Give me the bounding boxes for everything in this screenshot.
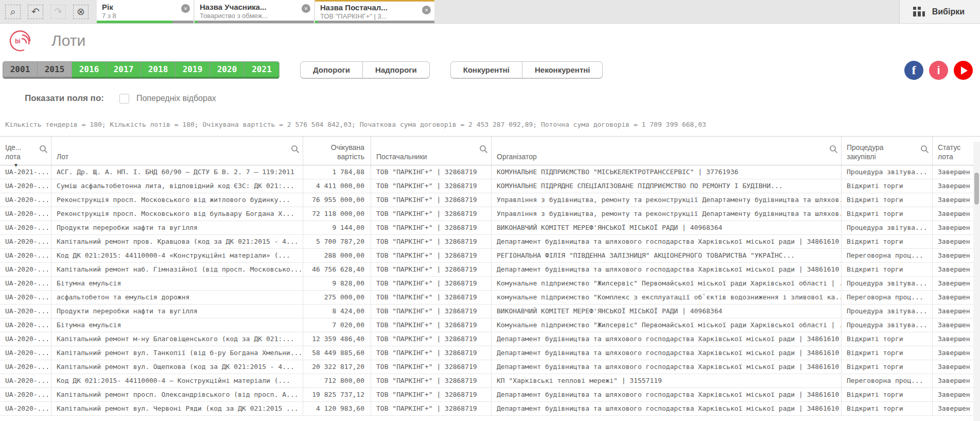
cell-expected-value[interactable]: 72 118 000,00 [303, 207, 371, 221]
cell-supplier[interactable]: ТОВ "ПАРКІНГ+" | 32868719 [371, 374, 492, 388]
cell-lot[interactable]: Бітумна емульсія [51, 277, 303, 290]
cell-lot[interactable]: Суміш асфальтобетонна лита, відповідний … [51, 179, 303, 193]
column-header-suppliers[interactable]: Постачальники [371, 137, 492, 165]
cell-expected-value[interactable]: 9 828,00 [303, 277, 371, 290]
instagram-icon[interactable]: i [929, 61, 948, 80]
table-row[interactable]: UA-2020-... Капітальний ремонт вул. Черв… [0, 402, 980, 416]
cell-organizer[interactable]: Департамент будівництва та шляхового гос… [492, 235, 842, 248]
cell-expected-value[interactable]: 712 800,00 [303, 374, 371, 388]
selection-chip-participant[interactable]: Назва Учасника... Товариство з обмеж... … [195, 0, 314, 23]
column-header-expected-value[interactable]: Очікуванавартість [303, 137, 371, 165]
cell-procedure[interactable]: Процедура звітува... [842, 305, 933, 318]
table-row[interactable]: UA-2021-... АСГ. Др. Щ. А. НП. І. БНД 60… [0, 165, 980, 179]
facebook-icon[interactable]: f [904, 61, 923, 80]
cell-organizer[interactable]: РЕГІОНАЛЬНА ФІЛІЯ "ПІВДЕННА ЗАЛІЗНИЦЯ" А… [492, 249, 842, 262]
filter-button-noncompetitive[interactable]: Неконкурентні [522, 61, 603, 79]
selection-chip-supplier[interactable]: Назва Постачал... ТОВ "ПАРКІНГ+" | 3... … [315, 0, 434, 23]
filter-button-competitive[interactable]: Конкурентні [450, 61, 522, 79]
cell-supplier[interactable]: ТОВ "ПАРКІНГ+" | 32868719 [371, 165, 492, 179]
cell-lot[interactable]: Продукти переробки нафти та вугілля [51, 221, 303, 234]
vertical-scrollbar[interactable] [973, 142, 980, 421]
cell-organizer[interactable]: комунальне підприємство "Комплекс з експ… [492, 291, 842, 304]
year-button-2001[interactable]: 2001 [3, 62, 38, 78]
cell-supplier[interactable]: ТОВ "ПАРКІНГ+" | 32868719 [371, 305, 492, 318]
search-icon[interactable] [39, 145, 48, 155]
cell-lot[interactable]: Капітальний ремонт вул. Танкопії (від б-… [51, 346, 303, 360]
cell-supplier[interactable]: ТОВ "ПАРКІНГ+" | 32868719 [371, 249, 492, 262]
year-button-2016[interactable]: 2016 [72, 62, 107, 78]
cell-organizer[interactable]: КОМУНАЛЬНЕ ПІДРЯДНЕ СПЕЦІАЛІЗОВАНЕ ПІДПР… [492, 179, 842, 193]
previous-selections-checkbox[interactable] [119, 94, 129, 104]
cell-procedure[interactable]: Переговорна проц... [842, 291, 933, 304]
table-row[interactable]: UA-2020-... Продукти переробки нафти та … [0, 305, 980, 318]
selections-tool-button[interactable]: Вибірки [899, 0, 980, 23]
table-row[interactable]: UA-2020-... Бітумна емульсія 9 828,00 ТО… [0, 277, 980, 291]
cell-expected-value[interactable]: 12 359 486,40 [303, 332, 371, 346]
cell-expected-value[interactable]: 275 000,00 [303, 291, 371, 304]
cell-procedure[interactable]: Відкриті торги [842, 193, 933, 207]
filter-button-nadpor[interactable]: Надпороги [363, 61, 430, 79]
cell-lot-id[interactable]: UA-2021-... [0, 165, 51, 179]
cell-lot-id[interactable]: UA-2020-... [0, 249, 51, 262]
column-header-procedure[interactable]: Процедуразакупівлі [842, 137, 933, 165]
cell-supplier[interactable]: ТОВ "ПАРКІНГ+" | 32868719 [371, 193, 492, 207]
cell-lot[interactable]: Капітальний ремонт пров. Кравцова (код з… [51, 235, 303, 248]
year-button-2020[interactable]: 2020 [210, 62, 244, 78]
cell-organizer[interactable]: Комунальне підприємство "Жилсервіс" Перв… [492, 318, 842, 332]
cell-procedure[interactable]: Процедура звітува... [842, 221, 933, 234]
close-icon[interactable]: ✕ [302, 4, 310, 13]
step-back-icon[interactable]: ↶ [27, 4, 44, 20]
cell-lot-id[interactable]: UA-2020-... [0, 346, 51, 360]
cell-supplier[interactable]: ТОВ "ПАРКІНГ+" | 32868719 [371, 332, 492, 346]
table-row[interactable]: UA-2020-... Капітальний ремонт вул. Танк… [0, 346, 980, 360]
cell-procedure[interactable]: Відкриті торги [842, 179, 933, 193]
column-header-lot[interactable]: Лот [51, 137, 303, 165]
cell-lot[interactable]: асфальтобетон та емульсія дорожня [51, 291, 303, 304]
cell-organizer[interactable]: Департамент будівництва та шляхового гос… [492, 263, 842, 276]
cell-procedure[interactable]: Відкриті торги [842, 332, 933, 346]
cell-lot-id[interactable]: UA-2020-... [0, 277, 51, 290]
cell-expected-value[interactable]: 19 825 737,12 [303, 388, 371, 401]
cell-supplier[interactable]: ТОВ "ПАРКІНГ+" | 32868719 [371, 207, 492, 221]
cell-lot-id[interactable]: UA-2020-... [0, 332, 51, 346]
cell-lot[interactable]: Реконструкція просп. Московського від бу… [51, 207, 303, 221]
table-row[interactable]: UA-2020-... Продукти переробки нафти та … [0, 221, 980, 235]
cell-lot-id[interactable]: UA-2020-... [0, 179, 51, 193]
cell-organizer[interactable]: Управління з будівництва, ремонту та рек… [492, 193, 842, 207]
search-icon[interactable] [829, 145, 838, 155]
cell-procedure[interactable]: Відкриті торги [842, 207, 933, 221]
cell-lot[interactable]: Капітальний ремонт вул. Ощепкова (код за… [51, 360, 303, 374]
cell-procedure[interactable]: Відкриті торги [842, 346, 933, 360]
cell-supplier[interactable]: ТОВ "ПАРКІНГ+" | 32868719 [371, 402, 492, 415]
cell-procedure[interactable]: Переговорна проц... [842, 249, 933, 262]
table-row[interactable]: UA-2020-... асфальтобетон та емульсія до… [0, 291, 980, 305]
cell-lot-id[interactable]: UA-2020-... [0, 360, 51, 374]
cell-lot[interactable]: Бітумна емульсія [51, 318, 303, 332]
cell-expected-value[interactable]: 8 424,00 [303, 305, 371, 318]
cell-organizer[interactable]: Комунальне підприємство "Жилсервіс" Перв… [492, 277, 842, 290]
clear-selections-icon[interactable]: ⊗ [72, 4, 90, 20]
cell-expected-value[interactable]: 20 322 817,20 [303, 360, 371, 374]
search-icon[interactable] [291, 145, 300, 155]
cell-expected-value[interactable]: 4 411 000,00 [303, 179, 371, 193]
close-icon[interactable]: ✕ [181, 4, 190, 13]
cell-supplier[interactable]: ТОВ "ПАРКІНГ+" | 32868719 [371, 318, 492, 332]
cell-lot[interactable]: Код ДК 021:2015- 44110000-4 — Конструкці… [51, 374, 303, 388]
search-icon[interactable] [479, 145, 488, 155]
cell-procedure[interactable]: Процедура звітува... [842, 318, 933, 332]
cell-lot-id[interactable]: UA-2020-... [0, 193, 51, 207]
cell-supplier[interactable]: ТОВ "ПАРКІНГ+" | 32868719 [371, 263, 492, 276]
cell-supplier[interactable]: ТОВ "ПАРКІНГ+" | 32868719 [371, 277, 492, 290]
cell-procedure[interactable]: Відкриті торги [842, 388, 933, 401]
cell-lot-id[interactable]: UA-2020-... [0, 374, 51, 388]
youtube-icon[interactable] [954, 61, 973, 80]
close-icon[interactable]: ✕ [422, 6, 431, 14]
cell-lot-id[interactable]: UA-2020-... [0, 305, 51, 318]
cell-supplier[interactable]: ТОВ "ПАРКІНГ+" | 32868719 [371, 235, 492, 248]
cell-organizer[interactable]: Управління з будівництва, ремонту та рек… [492, 207, 842, 221]
cell-procedure[interactable]: Відкриті торги [842, 402, 933, 415]
selection-chip-year[interactable]: Рік 7 з 8 ✕ [97, 0, 194, 23]
cell-organizer[interactable]: Департамент будівництва та шляхового гос… [492, 388, 842, 401]
table-row[interactable]: UA-2020-... Суміш асфальтобетонна лита, … [0, 179, 980, 193]
cell-lot-id[interactable]: UA-2020-... [0, 388, 51, 401]
